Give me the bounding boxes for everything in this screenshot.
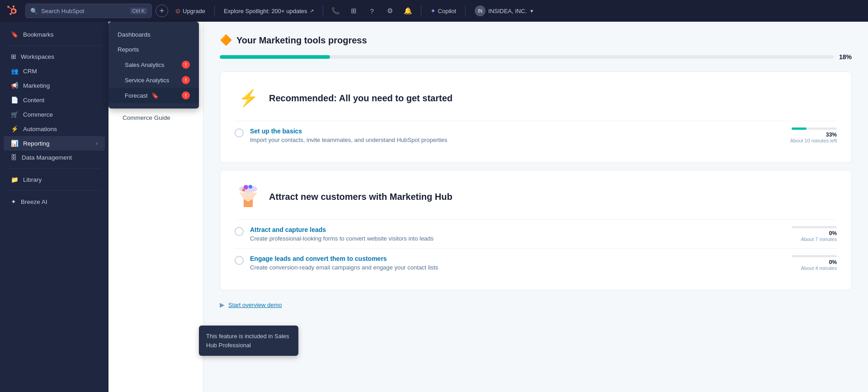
nav-divider-2 (323, 5, 323, 16)
dashboards-label: Dashboards (118, 31, 151, 38)
user-chevron-icon: ▼ (529, 9, 534, 14)
submenu-sub-item-forecast[interactable]: Forecast 🔖 ! (108, 88, 199, 103)
card-item-basics-body: Set up the basics Import your contacts, … (250, 128, 776, 143)
user-avatar: IN (475, 5, 486, 16)
phone-icon-button[interactable]: 📞 (329, 4, 343, 18)
sidebar-item-crm[interactable]: 👥 CRM (4, 64, 105, 78)
sidebar-item-commerce[interactable]: 🛒 Commerce (4, 107, 105, 122)
submenu-item-reports[interactable]: Reports (108, 42, 199, 57)
submenu-item-dashboards[interactable]: Dashboards (108, 27, 199, 42)
card-get-started-icon: ⚡ (235, 85, 262, 112)
progress-percentage: 18% (839, 53, 852, 61)
card-get-started-title: Recommended: All you need to get started (269, 93, 453, 104)
sidebar-label-library: Library (23, 176, 42, 183)
demo-section: ▶ Start overview demo (220, 298, 852, 312)
card-item-capture-meta: 0% About 7 minutes (783, 226, 837, 242)
copilot-button[interactable]: ✦ Copilot (427, 5, 460, 16)
sidebar-item-data-management[interactable]: 🗄 Data Management (4, 151, 105, 165)
sidebar-label-workspaces: Workspaces (21, 53, 54, 60)
settings-icon-button[interactable]: ⚙ (383, 4, 397, 18)
sidebar-item-content[interactable]: 📄 Content (4, 93, 105, 107)
sidebar-item-workspaces[interactable]: ⊞ Workspaces (4, 49, 105, 64)
search-icon: 🔍 (30, 8, 38, 14)
card-item-engage-body: Engage leads and convert them to custome… (250, 255, 776, 271)
search-bar[interactable]: 🔍 Search HubSpot Ctrl K (25, 4, 152, 18)
search-placeholder: Search HubSpot (41, 8, 84, 14)
new-item-button[interactable]: + (156, 5, 168, 17)
card-item-basics-meta: 33% About 10 minutes left (783, 128, 837, 143)
sidebar-item-bookmarks[interactable]: 🔖 Bookmarks (4, 27, 105, 42)
sidebar-item-reporting[interactable]: 📊 Reporting › (4, 136, 105, 151)
sidebar-item-breeze-ai[interactable]: ✦ Breeze AI (4, 194, 105, 209)
sidebar-item-automations[interactable]: ⚡ Automations (4, 122, 105, 136)
svg-point-0 (239, 185, 257, 193)
basics-time-label: About 10 minutes left (783, 138, 837, 143)
top-navigation: 🔍 Search HubSpot Ctrl K + ⊙ Upgrade Expl… (0, 0, 868, 22)
card-item-basics-desc: Import your contacts, invite teammates, … (250, 137, 776, 143)
hubspot-logo[interactable] (5, 4, 20, 18)
flame-icon: 🔶 (220, 34, 232, 46)
engage-time-label: About 4 minutes (783, 265, 837, 271)
card-item-engage-leads[interactable]: Engage leads and convert them to custome… (235, 248, 837, 277)
help-icon-button[interactable]: ? (365, 4, 379, 18)
sidebar-label-content: Content (23, 97, 44, 104)
card-attract-icon (235, 183, 262, 210)
notifications-icon-button[interactable]: 🔔 (401, 4, 415, 18)
main-layout: 🔖 Bookmarks ⊞ Workspaces 👥 CRM 📢 Marketi… (0, 22, 868, 392)
sidebar-item-marketing[interactable]: 📢 Marketing (4, 78, 105, 93)
card-item-capture-desc: Create professional-looking forms to con… (250, 235, 776, 242)
nav-divider-1 (214, 5, 215, 16)
capture-time-label: About 7 minutes (783, 236, 837, 242)
user-menu-button[interactable]: IN INSIDEA, INC. ▼ (471, 4, 538, 18)
basics-progress-label: 33% (783, 132, 837, 138)
submenu-sub-item-service-analytics[interactable]: Service Analytics ! (108, 72, 199, 88)
upgrade-icon: ⊙ (175, 8, 180, 14)
marketing-icon: 📢 (11, 82, 19, 89)
grid-icon-button[interactable]: ⊞ (347, 4, 361, 18)
content-icon: 📄 (11, 96, 19, 104)
progress-header: 🔶 Your Marketing tools progress (220, 34, 852, 46)
sidebar-label-marketing: Marketing (23, 82, 50, 89)
user-initials: IN (478, 9, 482, 14)
user-name-label: INSIDEA, INC. (488, 8, 527, 14)
card-item-capture-body: Attract and capture leads Create profess… (250, 226, 776, 242)
sidebar-label-reporting: Reporting (23, 140, 50, 147)
forecast-label: Forecast (125, 92, 148, 99)
sidebar-divider-1 (7, 45, 101, 46)
card-item-basics[interactable]: Set up the basics Import your contacts, … (235, 121, 837, 150)
sales-analytics-badge: ! (182, 61, 190, 69)
card-item-engage-title: Engage leads and convert them to custome… (250, 255, 776, 262)
workspaces-icon: ⊞ (11, 53, 16, 60)
card-attract-title: Attract new customers with Marketing Hub (269, 192, 453, 202)
reporting-chevron-icon: › (96, 141, 98, 146)
demo-icon: ▶ (220, 301, 225, 308)
progress-bar-container: 18% (220, 53, 852, 61)
sidebar-item-library[interactable]: 📁 Library (4, 172, 105, 187)
data-management-icon: 🗄 (11, 154, 17, 161)
submenu-sub-item-sales-analytics[interactable]: Sales Analytics ! (108, 57, 199, 72)
service-analytics-label: Service Analytics (125, 77, 169, 84)
main-content: 🔶 Your Marketing tools progress 18% ⚡ Re… (203, 22, 868, 392)
mini-progress-bar-engage (792, 255, 837, 257)
card-item-capture-title: Attract and capture leads (250, 226, 776, 233)
sidebar-label-automations: Automations (23, 126, 57, 132)
mini-progress-bar-basics (792, 128, 837, 130)
radio-circle-engage[interactable] (235, 256, 244, 265)
sidebar: 🔖 Bookmarks ⊞ Workspaces 👥 CRM 📢 Marketi… (0, 22, 108, 392)
radio-circle-capture[interactable] (235, 227, 244, 236)
demo-label[interactable]: Start overview demo (228, 302, 282, 308)
engage-progress-label: 0% (783, 259, 837, 265)
copilot-label: Copilot (438, 8, 456, 14)
nav-divider-4 (465, 5, 466, 16)
card-item-capture-leads[interactable]: Attract and capture leads Create profess… (235, 219, 837, 248)
sales-analytics-label: Sales Analytics (125, 61, 164, 68)
radio-circle-basics[interactable] (235, 128, 244, 137)
upgrade-button[interactable]: ⊙ Upgrade (172, 6, 209, 16)
spotlight-button[interactable]: Explore Spotlight: 200+ updates ↗ (220, 6, 317, 16)
sidebar-divider-3 (7, 190, 101, 191)
capture-progress-label: 0% (783, 230, 837, 236)
guide-link-commerce[interactable]: Commerce Guide (116, 111, 196, 125)
mini-progress-fill-basics (792, 128, 807, 130)
forecast-badge: ! (182, 91, 190, 99)
feature-tooltip: This feature is included in Sales Hub Pr… (199, 326, 298, 356)
